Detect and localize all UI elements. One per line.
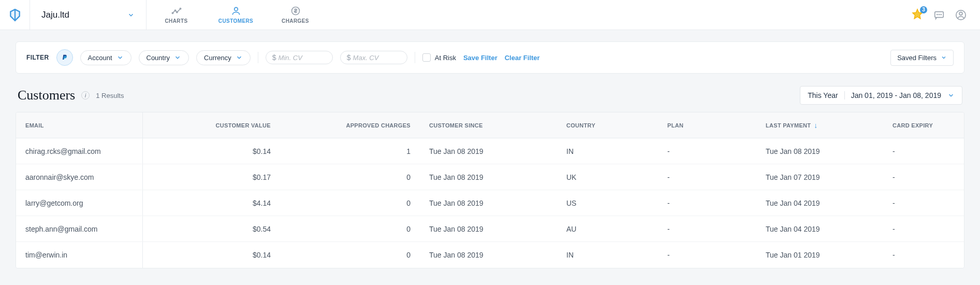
filter-country[interactable]: Country <box>139 50 189 65</box>
date-range-picker[interactable]: This Year Jan 01, 2019 - Jan 08, 2019 <box>800 86 962 105</box>
cell-email: chirag.rcks@gmail.com <box>16 138 143 164</box>
user-avatar-icon[interactable] <box>955 9 967 21</box>
org-switcher[interactable]: Jaju.ltd <box>30 0 147 30</box>
table-header: EMAIL CUSTOMER VALUE APPROVED CHARGES CU… <box>16 112 964 138</box>
table-row[interactable]: chirag.rcks@gmail.com$0.141Tue Jan 08 20… <box>16 138 964 164</box>
col-card-expiry[interactable]: CARD EXPIRY <box>883 122 964 129</box>
cell-email: larry@getcom.org <box>16 190 143 216</box>
chevron-down-icon <box>941 54 947 61</box>
cell-country: IN <box>557 147 658 155</box>
cell-approved-charges: 0 <box>280 225 420 233</box>
cell-customer-since: Tue Jan 08 2019 <box>420 199 557 207</box>
chart-icon <box>171 6 182 16</box>
cell-country: AU <box>557 225 658 233</box>
nav-charges[interactable]: CHARGES <box>266 0 325 30</box>
save-filter-link[interactable]: Save Filter <box>463 54 498 62</box>
cell-approved-charges: 0 <box>280 173 420 181</box>
nav-customers[interactable]: CUSTOMERS <box>206 0 266 30</box>
separator <box>415 52 415 63</box>
svg-point-12 <box>959 12 962 15</box>
cell-card-expiry: - <box>883 199 964 207</box>
cell-approved-charges: 0 <box>280 251 420 259</box>
cell-email: tim@erwin.in <box>16 242 143 268</box>
at-risk-toggle[interactable]: At Risk <box>422 53 456 62</box>
payment-provider-icon[interactable] <box>56 49 73 66</box>
cell-customer-since: Tue Jan 08 2019 <box>420 251 557 259</box>
cell-plan: - <box>658 173 756 181</box>
top-navbar: Jaju.ltd CHARTS CUSTOMERS CHARGES 3 <box>0 0 980 30</box>
org-name: Jaju.ltd <box>41 10 69 20</box>
cell-last-payment: Tue Jan 07 2019 <box>756 173 883 181</box>
min-cv-input[interactable] <box>279 54 326 62</box>
customers-table: EMAIL CUSTOMER VALUE APPROVED CHARGES CU… <box>16 112 964 268</box>
max-cv-input[interactable] <box>353 54 401 62</box>
cell-customer-value: $0.14 <box>143 147 280 155</box>
table-row[interactable]: steph.ann@gmail.com$0.540Tue Jan 08 2019… <box>16 216 964 242</box>
at-risk-label: At Risk <box>435 54 456 62</box>
app-logo[interactable] <box>0 0 30 30</box>
svg-point-10 <box>941 14 941 15</box>
cell-customer-value: $0.14 <box>143 251 280 259</box>
cell-customer-since: Tue Jan 08 2019 <box>420 173 557 181</box>
chevron-down-icon <box>947 92 955 99</box>
min-cv-input-wrap: $ <box>266 51 333 64</box>
cell-customer-value: $0.54 <box>143 225 280 233</box>
person-icon <box>231 6 241 16</box>
cell-country: IN <box>557 251 658 259</box>
cell-card-expiry: - <box>883 251 964 259</box>
saved-filters-dropdown[interactable]: Saved Filters <box>890 50 954 66</box>
cell-email: steph.ann@gmail.com <box>16 216 143 241</box>
top-actions: 3 <box>912 0 980 30</box>
paypal-icon <box>61 53 69 62</box>
clear-filter-link[interactable]: Clear Filter <box>505 54 540 62</box>
nav-charts-label: CHARTS <box>165 18 187 24</box>
notification-badge: 3 <box>920 6 927 13</box>
chevron-down-icon <box>127 11 135 19</box>
cell-card-expiry: - <box>883 147 964 155</box>
svg-point-9 <box>939 14 939 15</box>
nav-charts[interactable]: CHARTS <box>147 0 206 30</box>
filter-bar: FILTER Account Country Currency $ $ At R… <box>16 41 964 74</box>
cell-email: aaronnair@skye.com <box>16 164 143 190</box>
nav-customers-label: CUSTOMERS <box>218 18 253 24</box>
col-email[interactable]: EMAIL <box>16 112 143 138</box>
dollar-icon: $ <box>272 53 276 62</box>
dollar-circle-icon <box>290 6 301 16</box>
col-last-payment[interactable]: LAST PAYMENT↓ <box>756 122 883 129</box>
cell-plan: - <box>658 225 756 233</box>
cell-last-payment: Tue Jan 04 2019 <box>756 225 883 233</box>
filter-account[interactable]: Account <box>80 50 131 65</box>
cell-country: US <box>557 199 658 207</box>
cell-last-payment: Tue Jan 08 2019 <box>756 147 883 155</box>
logo-icon <box>8 8 22 22</box>
cell-customer-value: $0.17 <box>143 173 280 181</box>
cell-plan: - <box>658 251 756 259</box>
svg-point-3 <box>180 8 181 9</box>
cell-customer-value: $4.14 <box>143 199 280 207</box>
info-icon[interactable]: i <box>81 91 90 99</box>
cell-card-expiry: - <box>883 173 964 181</box>
table-row[interactable]: tim@erwin.in$0.140Tue Jan 08 2019IN-Tue … <box>16 242 964 268</box>
favorites-button[interactable]: 3 <box>912 8 923 22</box>
cell-last-payment: Tue Jan 04 2019 <box>756 199 883 207</box>
col-plan[interactable]: PLAN <box>658 122 756 129</box>
col-approved-charges[interactable]: APPROVED CHARGES <box>280 122 420 129</box>
main-nav: CHARTS CUSTOMERS CHARGES <box>147 0 325 30</box>
cell-approved-charges: 1 <box>280 147 420 155</box>
results-count: 1 Results <box>96 92 124 99</box>
cell-approved-charges: 0 <box>280 199 420 207</box>
separator <box>844 91 845 99</box>
chevron-down-icon <box>236 54 243 61</box>
at-risk-checkbox[interactable] <box>422 53 431 62</box>
table-body: chirag.rcks@gmail.com$0.141Tue Jan 08 20… <box>16 138 964 268</box>
table-row[interactable]: larry@getcom.org$4.140Tue Jan 08 2019US-… <box>16 190 964 216</box>
svg-point-8 <box>937 14 938 15</box>
col-customer-value[interactable]: CUSTOMER VALUE <box>143 122 280 129</box>
table-row[interactable]: aaronnair@skye.com$0.170Tue Jan 08 2019U… <box>16 164 964 190</box>
col-country[interactable]: COUNTRY <box>557 122 658 129</box>
chat-icon[interactable] <box>933 9 945 21</box>
sort-desc-icon: ↓ <box>814 122 817 129</box>
filter-currency[interactable]: Currency <box>196 50 251 65</box>
heading-row: Customers i 1 Results This Year Jan 01, … <box>18 86 962 105</box>
col-customer-since[interactable]: CUSTOMER SINCE <box>420 122 557 129</box>
